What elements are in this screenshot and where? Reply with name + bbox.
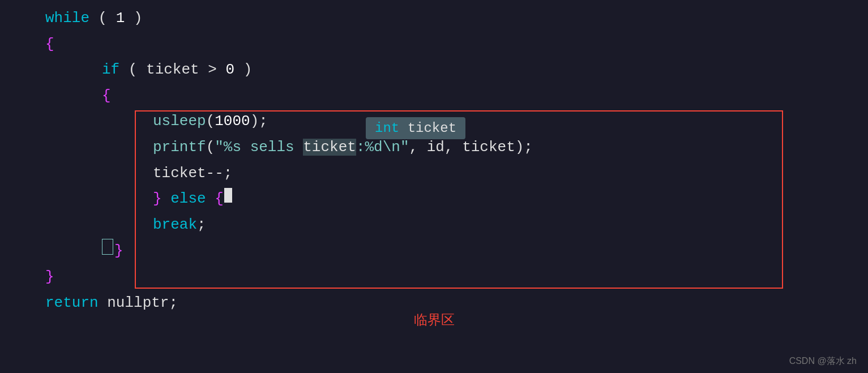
- printf-paren: (: [206, 136, 215, 160]
- brace-else-close: }: [153, 187, 162, 211]
- paren-open: (: [89, 7, 116, 31]
- keyword-break: break: [153, 213, 197, 237]
- line-brace-outer-open: {: [0, 32, 868, 58]
- var-ticket-decrement: ticket--;: [153, 162, 232, 186]
- number-1: 1: [116, 7, 125, 31]
- line-brace-small: }: [0, 238, 868, 264]
- tooltip-int-ticket: int ticket: [366, 117, 465, 139]
- brace-inner-open: {: [102, 84, 111, 108]
- number-0: 0: [225, 58, 234, 82]
- line-else: } else {: [0, 186, 868, 212]
- line-ticket-decrement: ticket--;: [0, 161, 868, 187]
- keyword-while: while: [45, 7, 89, 31]
- brace-small-close: }: [114, 239, 123, 263]
- tooltip-var-ticket: ticket: [408, 121, 456, 136]
- printf-args: , id, ticket);: [409, 136, 533, 160]
- brace-else-open: {: [215, 187, 224, 211]
- brace-outer-open: {: [45, 33, 54, 57]
- func-printf: printf: [153, 136, 206, 160]
- line-while: while ( 1 ): [0, 6, 868, 32]
- break-semi: ;: [197, 213, 206, 237]
- line-if: if ( ticket > 0 ): [0, 57, 868, 83]
- tooltip-keyword-int: int: [375, 121, 399, 136]
- keyword-else: else: [170, 187, 206, 211]
- func-usleep: usleep: [153, 110, 206, 134]
- small-rect-icon: [102, 239, 113, 255]
- printf-string: "%s sells ticket:%d\n": [215, 136, 409, 160]
- line-brace-inner-open: {: [0, 83, 868, 109]
- brace-outer-close: }: [45, 265, 54, 289]
- csdn-watermark: CSDN @落水 zh: [789, 355, 857, 367]
- if-paren-close: ): [234, 58, 252, 82]
- if-condition: ( ticket >: [119, 58, 225, 82]
- cursor: [224, 188, 232, 203]
- critical-zone-label: 临界区: [414, 311, 455, 329]
- paren-close: ): [125, 7, 142, 31]
- number-1000: 1000: [215, 110, 250, 134]
- keyword-if: if: [102, 58, 119, 82]
- usleep-paren: (: [206, 110, 215, 134]
- code-editor: while ( 1 ) { if ( ticket > 0 ) { usleep…: [0, 0, 868, 373]
- keyword-return: return: [45, 291, 99, 315]
- line-break: break ;: [0, 212, 868, 238]
- else-space2: [206, 187, 215, 211]
- return-value: nullptr;: [99, 291, 178, 315]
- else-space: [162, 187, 171, 211]
- usleep-end: );: [250, 110, 268, 134]
- line-brace-outer-close: }: [0, 264, 868, 290]
